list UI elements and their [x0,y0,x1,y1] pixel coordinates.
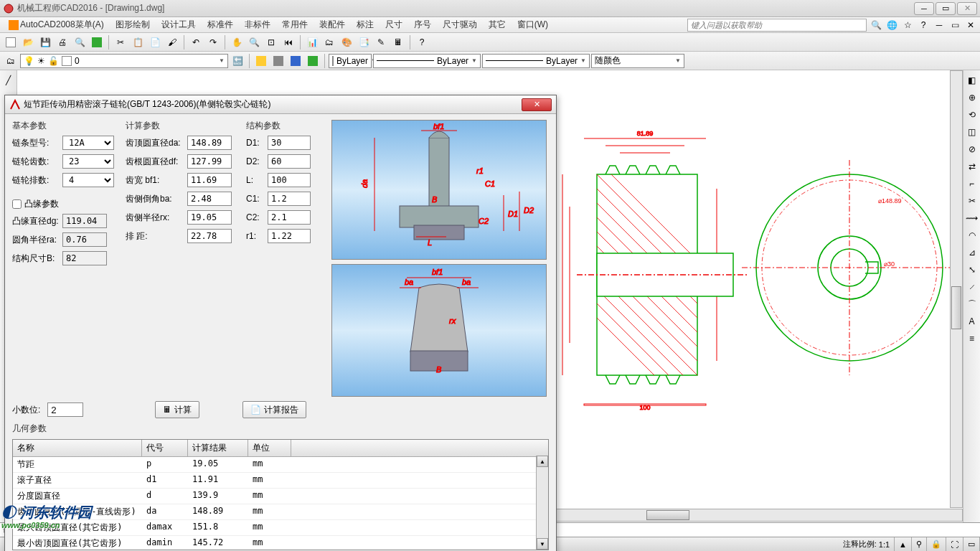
scroll-up-icon[interactable]: ▲ [537,456,548,467]
line-icon[interactable]: ╱ [1,73,16,88]
da-input[interactable] [187,136,232,150]
tool-r8-icon[interactable]: ✂ [965,194,979,208]
menu-autocad[interactable]: AutoCAD2008菜单(A) [3,17,110,32]
search-icon[interactable]: 🔍 [870,19,882,32]
tool-r14-icon[interactable]: ⌒ [965,297,979,311]
table-row[interactable]: 齿顶圆直径(三圆弧-直线齿形)da148.89mm [13,504,548,520]
tool-r12-icon[interactable]: ⤡ [965,263,979,277]
status-annot[interactable]: 注释比例: 1:1 [839,537,895,551]
menu-draw[interactable]: 图形绘制 [110,17,156,32]
help-search-input[interactable] [687,19,867,32]
layermgr-icon[interactable]: 🗂 [3,53,19,69]
dialog-close-button[interactable]: ✕ [522,98,552,111]
ba-input[interactable] [187,192,232,206]
menu-design[interactable]: 设计工具 [156,17,202,32]
help-icon[interactable]: ? [917,19,930,32]
d1-input[interactable] [268,136,311,150]
dialog-titlebar[interactable]: 短节距传动用精密滚子链轮(GB/T 1243-2006)(单侧轮毂实心链轮) ✕ [5,95,556,114]
menu-common[interactable]: 常用件 [276,17,314,32]
sheet-icon[interactable]: 📑 [356,34,372,50]
zoomprev-icon[interactable]: ⏮ [281,34,296,50]
menu-seq[interactable]: 序号 [408,17,437,32]
open-icon[interactable]: 📂 [20,34,36,50]
help2-icon[interactable]: ? [414,34,430,50]
layeroff-icon[interactable] [270,53,286,69]
redo-icon[interactable]: ↷ [205,34,221,50]
plotstyle-combo[interactable]: 随颜色 ▼ [591,54,684,68]
menu-dim[interactable]: 尺寸 [380,17,408,32]
vertical-scrollbar[interactable] [950,70,963,508]
cam-group-check[interactable]: 凸缘参数 [12,198,120,210]
d2-input[interactable] [268,154,311,169]
chain-model-select[interactable]: 12A [62,136,114,150]
star-icon[interactable]: ☆ [901,19,914,32]
new-icon[interactable] [3,34,19,50]
tool-r15-icon[interactable]: A [965,314,979,329]
save-icon[interactable]: 💾 [37,34,53,50]
menu-assembly[interactable]: 装配件 [314,17,351,32]
tool-r11-icon[interactable]: ⊿ [965,245,979,260]
table-row[interactable]: 最小齿顶圆直径(其它齿形)damin145.72mm [13,536,548,550]
menu-annot[interactable]: 标注 [351,17,380,32]
b-input[interactable] [62,251,107,265]
layerlck-icon[interactable] [305,53,321,69]
status-clean-icon[interactable]: ▭ [963,537,980,551]
df-input[interactable] [187,154,232,169]
cut-icon[interactable]: ✂ [113,34,128,50]
color-combo[interactable]: ByLayer ▼ [329,54,372,68]
lineweight-combo[interactable]: ByLayer ▼ [482,54,590,68]
bf1-input[interactable] [187,173,232,187]
markup-icon[interactable]: ✎ [373,34,389,50]
tool-r16-icon[interactable]: ≡ [965,331,979,346]
menu-std[interactable]: 标准件 [202,17,239,32]
table-row[interactable]: 最大齿顶圆直径(其它齿形)damax151.8mm [13,520,548,536]
layerprev-icon[interactable]: 🔙 [230,53,245,69]
calc-icon[interactable]: 🖩 [390,34,406,50]
dg-input[interactable] [62,214,107,228]
pitch-input[interactable] [187,229,232,243]
linetype-combo[interactable]: ByLayer ▼ [373,54,481,68]
copy-icon[interactable]: 📋 [130,34,146,50]
menu-dimdrive[interactable]: 尺寸驱动 [437,17,483,32]
paste-icon[interactable]: 📄 [147,34,163,50]
layeriso-icon[interactable] [253,53,269,69]
tool-r5-icon[interactable]: ⊘ [965,142,979,156]
menu-nonstd[interactable]: 非标件 [239,17,276,32]
status-max-icon[interactable]: ⛶ [946,537,963,551]
decimals-input[interactable] [47,402,83,417]
tool-r4-icon[interactable]: ◫ [965,125,979,139]
props-icon[interactable]: 📊 [304,34,320,50]
zoomwin-icon[interactable]: ⊡ [263,34,279,50]
comm-icon[interactable]: 🌐 [885,19,898,32]
mdi-close-icon[interactable]: ✕ [964,19,977,32]
tool-r2-icon[interactable]: ⊕ [965,90,979,105]
tool-r10-icon[interactable]: ◠ [965,228,979,242]
c1-input[interactable] [268,192,311,206]
tool-r9-icon[interactable]: ⟿ [965,211,979,225]
zoom-icon[interactable]: 🔍 [246,34,262,50]
geom-table-body[interactable]: 节距p19.05mm滚子直径d111.91mm分度圆直径d139.9mm齿顶圆直… [13,457,548,550]
c2-input[interactable] [268,210,311,225]
status-annotauto-icon[interactable]: ⚲ [912,537,927,551]
rx-input[interactable] [187,210,232,225]
mdi-min-icon[interactable]: ─ [933,19,946,32]
undo-icon[interactable]: ↶ [188,34,204,50]
tool-r1-icon[interactable]: ◧ [965,73,979,88]
calc-button[interactable]: 🖩计算 [155,401,199,418]
maximize-button[interactable]: ▭ [936,2,956,15]
match-icon[interactable]: 🖌 [164,34,180,50]
dcenter-icon[interactable]: 🗂 [321,34,337,50]
menu-window[interactable]: 窗口(W) [512,17,554,32]
rows-select[interactable]: 4 [62,173,114,187]
preview-icon[interactable]: 🔍 [72,34,88,50]
r1-input[interactable] [268,229,311,243]
mdi-max-icon[interactable]: ▭ [948,19,961,32]
calc-report-button[interactable]: 📄计算报告 [242,401,306,418]
pan-icon[interactable]: ✋ [229,34,245,50]
toolpal-icon[interactable]: 🎨 [339,34,354,50]
table-row[interactable]: 节距p19.05mm [13,457,548,473]
tool-r3-icon[interactable]: ⟲ [965,108,979,122]
l-input[interactable] [268,173,311,187]
layer-combo[interactable]: 💡 ☀ 🔓 0 ▼ [20,54,228,68]
table-row[interactable]: 滚子直径d111.91mm [13,473,548,489]
